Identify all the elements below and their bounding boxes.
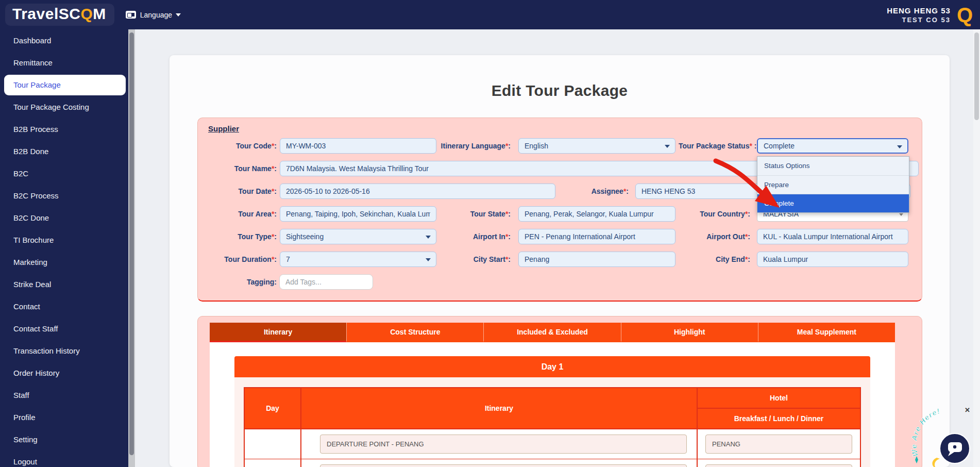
tab-highlight[interactable]: Highlight: [621, 323, 758, 342]
col-header-day: Day: [244, 388, 301, 429]
chevron-down-icon: [897, 145, 902, 148]
page-title: Edit Tour Package: [170, 82, 950, 99]
chevron-down-icon: [426, 236, 431, 239]
sidebar-item-marketing[interactable]: Marketing: [0, 251, 128, 273]
col-header-itinerary: Itinerary: [301, 388, 697, 429]
user-menu[interactable]: HENG HENG 53 TEST CO 53: [887, 6, 951, 24]
city-end-input[interactable]: [757, 252, 908, 267]
sidebar-item-order-history[interactable]: Order History: [0, 362, 128, 384]
sidebar-item-b2c-done[interactable]: B2C Done: [0, 207, 128, 229]
assignee-label: Assignee*:: [559, 187, 629, 195]
sidebar-item-dashboard[interactable]: Dashboard: [0, 29, 128, 52]
city-end-label: City End*:: [679, 255, 750, 263]
tour-package-status-label: Tour Package Status* :: [679, 142, 750, 150]
col-header-meals: Breakfast / Lunch / Dinner: [697, 408, 860, 429]
sidebar-nav: Dashboard Remittance Tour Package Tour P…: [0, 29, 128, 467]
user-name: HENG HENG 53: [887, 6, 951, 15]
hotel-cell: [697, 429, 860, 459]
user-company: TEST CO 53: [887, 16, 951, 24]
close-chat-icon[interactable]: ✕: [965, 406, 970, 414]
language-label: Language: [140, 11, 172, 19]
tour-type-label: Tour Type*:: [208, 232, 277, 241]
tagging-label: Tagging:: [208, 278, 277, 286]
sidebar-item-staff[interactable]: Staff: [0, 384, 128, 406]
tour-code-label: Tour Code*:: [208, 142, 277, 150]
city-start-input[interactable]: [518, 252, 675, 267]
tour-area-label: Tour Area*:: [208, 210, 277, 218]
sidebar-item-b2c-process[interactable]: B2C Process: [0, 185, 128, 207]
itinerary-language-select[interactable]: English: [518, 138, 675, 154]
tour-date-input[interactable]: [280, 184, 555, 199]
status-option-placeholder[interactable]: Status Options: [757, 157, 909, 175]
itinerary-text-input[interactable]: [320, 464, 687, 467]
supplier-panel: Supplier Tour Code*: Itinerary Language*…: [197, 118, 922, 302]
sidebar-item-tour-package-costing[interactable]: Tour Package Costing: [0, 96, 128, 118]
sidebar-item-remittance[interactable]: Remittance: [0, 52, 128, 74]
tab-itinerary[interactable]: Itinerary: [210, 323, 346, 342]
sidebar-item-b2b-process[interactable]: B2B Process: [0, 118, 128, 140]
tagging-input[interactable]: [279, 274, 373, 290]
status-dropdown-list: Status Options Prepare Complete: [757, 156, 909, 213]
itinerary-tabs-panel: Itinerary Cost Structure Included & Excl…: [197, 316, 922, 467]
tour-duration-label: Tour Duration*:: [208, 255, 277, 263]
table-row: [244, 429, 860, 459]
itinerary-cell: [301, 429, 697, 459]
brand-logo[interactable]: TravelSCQM: [5, 4, 114, 26]
table-row: [244, 459, 860, 467]
day-cell: [244, 429, 301, 459]
sidebar-item-contact[interactable]: Contact: [0, 295, 128, 318]
itinerary-text-input[interactable]: [320, 435, 687, 454]
sidebar-item-setting[interactable]: Setting: [0, 428, 128, 451]
tab-included-excluded[interactable]: Included & Excluded: [483, 323, 620, 342]
tour-country-label: Tour Country*:: [679, 210, 750, 218]
hotel-text-input[interactable]: [705, 435, 852, 454]
sidebar-scrollbar-thumb[interactable]: [129, 32, 134, 455]
sidebar-item-profile[interactable]: Profile: [0, 406, 128, 428]
airport-in-input[interactable]: [518, 229, 675, 244]
tour-state-input[interactable]: [518, 206, 675, 222]
brand-text: TravelSCQM: [12, 5, 106, 23]
chat-widget[interactable]: We Are Here!: [905, 408, 977, 467]
status-option-prepare[interactable]: Prepare: [757, 175, 909, 194]
tour-date-label: Tour Date*:: [208, 187, 277, 195]
sidebar-item-tour-package[interactable]: Tour Package: [4, 75, 126, 95]
translate-icon: [126, 11, 136, 19]
tab-cost-structure[interactable]: Cost Structure: [346, 323, 483, 342]
sidebar-item-transaction-history[interactable]: Transaction History: [0, 340, 128, 362]
form-row: Tour Duration*: 7 City Start*: City End*…: [208, 252, 922, 267]
yellow-swoosh-icon: [932, 458, 940, 467]
chevron-down-icon: [899, 213, 903, 216]
tab-meal-supplement[interactable]: Meal Supplement: [758, 323, 895, 342]
company-q-logo-icon: Q: [957, 5, 973, 25]
language-selector[interactable]: Language: [126, 11, 181, 19]
sidebar-item-logout[interactable]: Logout: [0, 451, 128, 467]
hotel-cell: [697, 459, 860, 467]
airport-out-input[interactable]: [757, 229, 908, 244]
form-row: Tour Code*: Itinerary Language*: English…: [208, 138, 922, 154]
hotel-text-input[interactable]: [705, 464, 852, 467]
city-start-label: City Start*:: [440, 255, 511, 263]
tour-type-select[interactable]: Sightseeing: [280, 229, 436, 244]
sidebar-item-b2b-done[interactable]: B2B Done: [0, 140, 128, 162]
sidebar-item-contact-staff[interactable]: Contact Staff: [0, 318, 128, 340]
tour-duration-select[interactable]: 7: [280, 252, 436, 267]
page-scrollbar[interactable]: [973, 29, 980, 467]
itinerary-cell: [301, 459, 697, 467]
status-option-complete[interactable]: Complete: [757, 194, 909, 212]
tour-package-status-select[interactable]: Complete: [757, 138, 908, 154]
page-scrollbar-thumb[interactable]: [974, 32, 979, 120]
sidebar-item-strike-deal[interactable]: Strike Deal: [0, 273, 128, 295]
tour-state-label: Tour State*:: [440, 210, 511, 218]
sidebar-item-ti-brochure[interactable]: TI Brochure: [0, 229, 128, 251]
tour-area-input[interactable]: [280, 206, 436, 222]
chevron-down-icon: [426, 258, 431, 261]
sidebar-scrollbar[interactable]: [128, 29, 135, 467]
supplier-heading: Supplier: [208, 124, 922, 133]
sparkle-icon: [915, 456, 918, 463]
chevron-down-icon: [665, 145, 670, 148]
sidebar-item-b2c[interactable]: B2C: [0, 162, 128, 185]
form-row: Tagging:: [208, 274, 922, 290]
tab-bar: Itinerary Cost Structure Included & Excl…: [210, 323, 895, 342]
form-row: Tour Type*: Sightseeing Airport In*: Air…: [208, 229, 922, 244]
tour-code-input[interactable]: [280, 138, 436, 154]
